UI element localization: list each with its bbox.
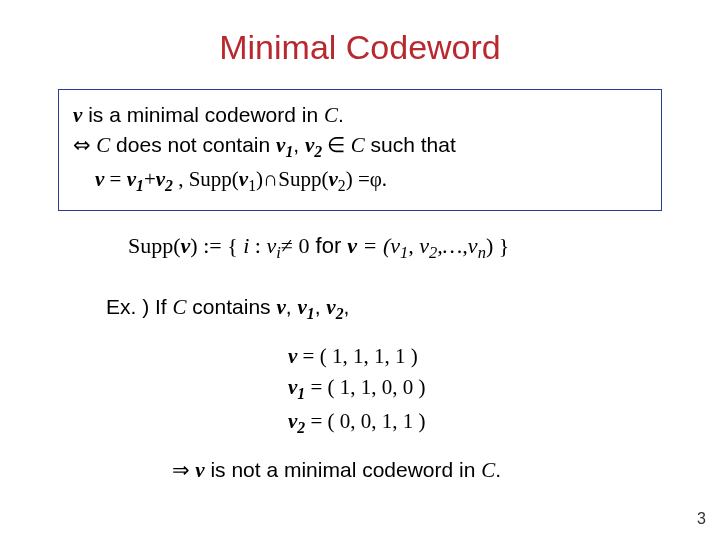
neq-icon: ≠ 0 [281,233,310,258]
def-line-3: v = v1+v2 , Supp(v1)∩Supp(v2) =φ. [73,164,647,198]
sym-v1: v1 [297,295,314,319]
text: ) } [486,233,509,258]
sym-v1: v1 [390,233,408,258]
text: : [249,233,266,258]
text: ) := { [190,233,243,258]
text: , [286,295,298,318]
iff-icon: ⇔ [73,133,96,157]
text: = [104,167,126,191]
supp-v1: Supp(v1) [189,167,263,191]
text: is not a minimal codeword in [205,458,482,481]
text: , [408,233,419,258]
sym-v: v [181,233,191,258]
sym-C: C [96,133,110,157]
sym-C: C [173,295,187,319]
text: . [338,103,344,126]
text: for [309,233,347,258]
text: , [344,295,350,318]
sym-C: C [324,103,338,127]
sym-vi: vi [266,233,280,258]
sym-C: C [481,458,495,482]
sym-v2: v2 [156,167,173,191]
page-number: 3 [697,510,706,528]
sym-v: v [73,103,82,127]
text: Ex. ) If [106,295,173,318]
supp-v2: Supp(v2) [278,167,352,191]
text: such that [365,133,456,156]
sym-C: C [351,133,365,157]
vector-v: v = ( 1, 1, 1, 1 ) [288,341,720,371]
vector-v2: v2 = ( 0, 0, 1, 1 ) [288,406,720,440]
support-definition: Supp(v) := { i : vi≠ 0 for v = (v1, v2,…… [128,233,720,263]
sym-vn: vn [468,233,486,258]
vector-v1: v1 = ( 1, 1, 0, 0 ) [288,372,720,406]
text: ,…, [437,233,468,258]
plus-icon: + [144,167,156,191]
text: does not contain [110,133,276,156]
sym-v2: v2 [305,133,322,157]
def-line-1: v is a minimal codeword in C. [73,100,647,130]
text: contains [187,295,277,318]
text: Supp( [128,233,181,258]
sym-v: v [195,458,204,482]
sym-v: v [95,167,104,191]
intersect-icon: ∩ [263,167,278,191]
example-vectors: v = ( 1, 1, 1, 1 ) v1 = ( 1, 1, 0, 0 ) v… [288,341,720,439]
sym-v1: v1 [276,133,293,157]
text: , [293,133,305,156]
sym-v: v [347,233,357,258]
def-line-2: ⇔ C does not contain v1, v2 ∈ C such tha… [73,130,647,164]
text: , [315,295,327,318]
sym-v: v [276,295,285,319]
element-of-icon: ∈ [322,133,351,157]
text: =φ. [353,167,387,191]
sym-v1: v1 [127,167,144,191]
sym-v2: v2 [326,295,343,319]
example-conclusion: ⇒ v is not a minimal codeword in C. [172,458,720,483]
text: , [173,167,189,191]
example-intro: Ex. ) If C contains v, v1, v2, [106,292,720,325]
text: is a minimal codeword in [82,103,324,126]
sym-v2: v2 [419,233,437,258]
definition-box: v is a minimal codeword in C. ⇔ C does n… [58,89,662,211]
implies-icon: ⇒ [172,458,195,482]
text: = ( [357,233,390,258]
slide-title: Minimal Codeword [0,0,720,67]
text: . [495,458,501,481]
